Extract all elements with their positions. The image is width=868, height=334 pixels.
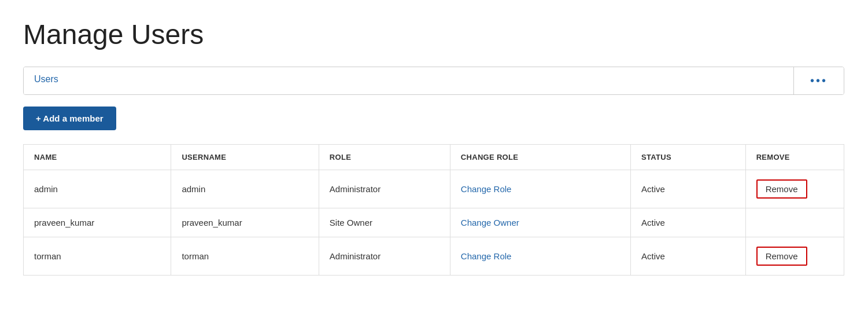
table-row: praveen_kumarpraveen_kumarSite OwnerChan…: [24, 208, 844, 237]
col-header-role: ROLE: [319, 145, 450, 170]
cell-username: admin: [171, 170, 319, 208]
cell-status: Active: [631, 208, 746, 237]
table-header-row: NAME USERNAME ROLE CHANGE ROLE STATUS RE…: [24, 145, 844, 170]
col-header-name: NAME: [24, 145, 171, 170]
cell-role: Site Owner: [319, 208, 450, 237]
cell-remove: [745, 208, 844, 237]
add-member-button[interactable]: + Add a member: [23, 107, 116, 130]
cell-name: admin: [24, 170, 171, 208]
filter-bar: Users •••: [23, 67, 844, 95]
cell-name: torman: [24, 237, 171, 276]
col-header-remove: REMOVE: [745, 145, 844, 170]
change-role-link[interactable]: Change Role: [461, 184, 512, 194]
cell-status: Active: [631, 237, 746, 276]
filter-users-tab[interactable]: Users: [24, 67, 793, 94]
cell-status: Active: [631, 170, 746, 208]
cell-remove[interactable]: Remove: [745, 170, 844, 208]
users-table: NAME USERNAME ROLE CHANGE ROLE STATUS RE…: [23, 144, 844, 276]
change-role-link[interactable]: Change Owner: [461, 218, 519, 227]
cell-role: Administrator: [319, 170, 450, 208]
cell-username: torman: [171, 237, 319, 276]
col-header-username: USERNAME: [171, 145, 319, 170]
remove-button[interactable]: Remove: [756, 247, 807, 266]
table-row: tormantormanAdministratorChange RoleActi…: [24, 237, 844, 276]
col-header-status: STATUS: [631, 145, 746, 170]
cell-change-role[interactable]: Change Role: [450, 237, 630, 276]
table-row: adminadminAdministratorChange RoleActive…: [24, 170, 844, 208]
change-role-link[interactable]: Change Role: [461, 251, 512, 261]
page-title: Manage Users: [23, 19, 845, 50]
remove-button[interactable]: Remove: [756, 179, 807, 199]
col-header-change-role: CHANGE ROLE: [450, 145, 630, 170]
cell-name: praveen_kumar: [24, 208, 171, 237]
filter-more-button[interactable]: •••: [793, 67, 844, 94]
cell-remove[interactable]: Remove: [745, 237, 844, 276]
cell-role: Administrator: [319, 237, 450, 276]
cell-change-role[interactable]: Change Owner: [450, 208, 630, 237]
cell-username: praveen_kumar: [171, 208, 319, 237]
cell-change-role[interactable]: Change Role: [450, 170, 630, 208]
